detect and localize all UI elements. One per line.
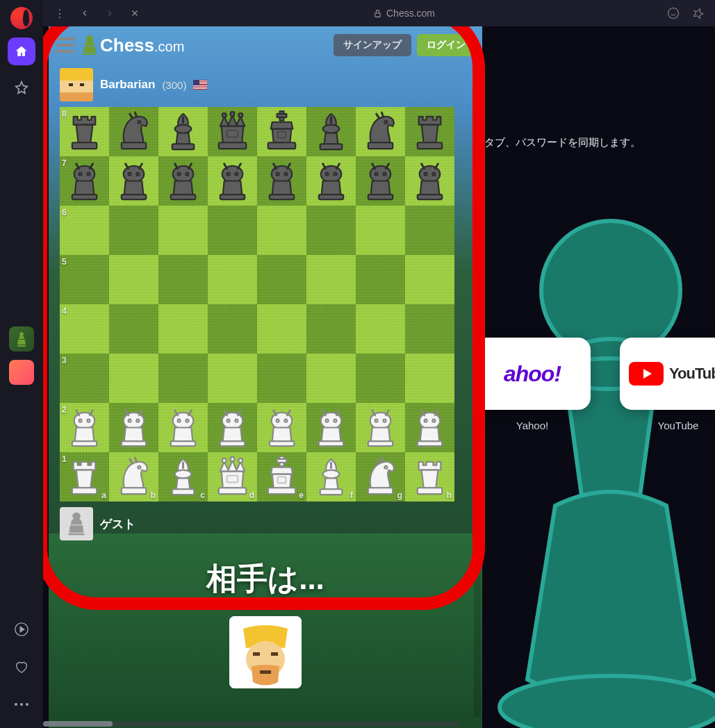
opera-logo-icon[interactable] (10, 7, 33, 29)
square-d2[interactable] (208, 403, 257, 452)
square-g6[interactable] (356, 206, 405, 255)
white-pawn-icon[interactable] (211, 406, 254, 449)
square-e5[interactable] (257, 255, 306, 304)
square-b4[interactable] (109, 304, 158, 354)
opponent-row[interactable]: Barbarian (300) (49, 64, 482, 106)
square-h3[interactable] (405, 354, 454, 403)
square-c1[interactable]: c (158, 452, 208, 502)
black-bishop-icon[interactable] (309, 110, 353, 154)
square-b5[interactable] (109, 255, 158, 304)
square-f6[interactable] (306, 206, 356, 255)
white-king-icon[interactable] (260, 455, 304, 499)
square-f5[interactable] (306, 255, 356, 304)
more-icon[interactable] (8, 690, 35, 718)
black-rook-icon[interactable] (408, 110, 452, 154)
white-pawn-icon[interactable] (63, 406, 106, 449)
login-button[interactable]: ログイン (417, 34, 475, 56)
square-c5[interactable] (158, 255, 208, 304)
square-a4[interactable]: 4 (60, 304, 109, 354)
home-icon[interactable] (8, 38, 35, 65)
square-g4[interactable] (356, 304, 405, 354)
black-pawn-icon[interactable] (112, 159, 156, 203)
self-row[interactable]: ゲスト (49, 503, 482, 545)
square-c7[interactable] (158, 156, 208, 206)
star-icon[interactable] (8, 74, 35, 101)
square-d1[interactable]: d (208, 452, 257, 502)
emoji-icon[interactable] (665, 5, 682, 22)
white-rook-icon[interactable] (63, 455, 106, 499)
scrollbar[interactable] (474, 64, 481, 717)
square-g7[interactable] (356, 156, 405, 206)
square-b6[interactable] (109, 206, 158, 255)
square-h7[interactable] (405, 156, 454, 206)
square-b3[interactable] (109, 354, 158, 403)
square-f7[interactable] (306, 156, 356, 206)
square-a1[interactable]: 1a (60, 452, 109, 502)
speed-dial-youtube[interactable]: YouTube YouTube (620, 338, 715, 431)
white-knight-icon[interactable] (359, 455, 402, 499)
white-bishop-icon[interactable] (161, 455, 205, 499)
white-pawn-icon[interactable] (112, 406, 156, 449)
menu-icon[interactable] (56, 38, 75, 53)
black-pawn-icon[interactable] (359, 159, 402, 203)
black-bishop-icon[interactable] (161, 110, 205, 154)
tab-menu-icon[interactable]: ⋮ (51, 5, 68, 22)
square-f2[interactable] (306, 403, 356, 452)
square-e4[interactable] (257, 304, 306, 354)
square-a7[interactable]: 7 (60, 156, 109, 206)
square-e6[interactable] (257, 206, 306, 255)
white-pawn-icon[interactable] (309, 406, 353, 449)
square-c6[interactable] (158, 206, 208, 255)
square-d5[interactable] (208, 255, 257, 304)
square-d4[interactable] (208, 304, 257, 354)
white-rook-icon[interactable] (408, 455, 452, 499)
square-c8[interactable] (158, 107, 208, 156)
square-c3[interactable] (158, 354, 208, 403)
black-pawn-icon[interactable] (408, 159, 452, 203)
black-knight-icon[interactable] (359, 110, 402, 154)
chess-logo[interactable]: Chess.com (81, 34, 184, 56)
black-pawn-icon[interactable] (309, 159, 353, 203)
square-h1[interactable]: h (405, 452, 454, 502)
square-b1[interactable]: b (109, 452, 158, 502)
square-c2[interactable] (158, 403, 208, 452)
black-pawn-icon[interactable] (211, 159, 254, 203)
chess-board[interactable]: 87654321abcdefgh (60, 107, 454, 502)
ai-app-tile[interactable] (9, 360, 34, 385)
white-pawn-icon[interactable] (359, 406, 402, 449)
square-d3[interactable] (208, 354, 257, 403)
black-king-icon[interactable] (260, 110, 304, 154)
white-bishop-icon[interactable] (309, 455, 353, 499)
square-d6[interactable] (208, 206, 257, 255)
black-rook-icon[interactable] (63, 110, 106, 154)
square-d8[interactable] (208, 107, 257, 156)
black-pawn-icon[interactable] (63, 159, 106, 203)
play-circle-icon[interactable] (8, 615, 35, 643)
square-f8[interactable] (306, 107, 356, 156)
white-pawn-icon[interactable] (408, 406, 452, 449)
square-g5[interactable] (356, 255, 405, 304)
back-icon[interactable] (76, 5, 93, 22)
speed-dial-yahoo[interactable]: ahoo! Yahoo! (474, 338, 591, 431)
square-g3[interactable] (356, 354, 405, 403)
heart-icon[interactable] (8, 653, 35, 681)
square-f3[interactable] (306, 354, 356, 403)
square-a3[interactable]: 3 (60, 354, 109, 403)
white-pawn-icon[interactable] (260, 406, 304, 449)
square-b2[interactable] (109, 403, 158, 452)
black-knight-icon[interactable] (112, 110, 156, 154)
white-pawn-icon[interactable] (161, 406, 205, 449)
square-a2[interactable]: 2 (60, 403, 109, 452)
black-pawn-icon[interactable] (161, 159, 205, 203)
square-f4[interactable] (306, 304, 356, 354)
square-h8[interactable] (405, 107, 454, 156)
square-h5[interactable] (405, 255, 454, 304)
square-g2[interactable] (356, 403, 405, 452)
white-knight-icon[interactable] (112, 455, 156, 499)
square-b8[interactable] (109, 107, 158, 156)
close-tab-icon[interactable] (126, 5, 143, 22)
square-e3[interactable] (257, 354, 306, 403)
signup-button[interactable]: サインアップ (334, 34, 411, 56)
square-g8[interactable] (356, 107, 405, 156)
square-a8[interactable]: 8 (60, 107, 109, 156)
